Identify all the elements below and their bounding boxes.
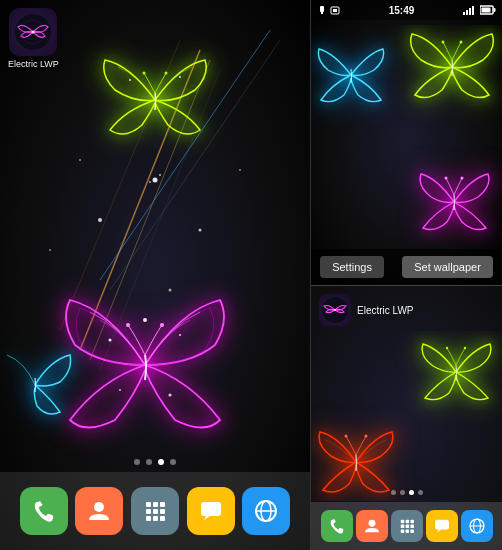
- app-icon-container: Electric LWP: [8, 8, 59, 69]
- status-right-icons: [463, 5, 496, 15]
- butterfly-pink-svg: [50, 290, 240, 440]
- svg-rect-72: [405, 529, 408, 532]
- svg-rect-38: [160, 516, 165, 521]
- sim-icon: [330, 5, 340, 15]
- butterfly-green-svg: [100, 55, 210, 145]
- svg-point-7: [32, 31, 35, 34]
- battery-icon: [480, 5, 496, 15]
- right-page-dots: [391, 490, 423, 495]
- page-dots: [134, 459, 176, 465]
- page-dot-2: [146, 459, 152, 465]
- notification-icon: [317, 5, 327, 15]
- page-dot-3: [158, 459, 164, 465]
- svg-rect-70: [410, 525, 413, 528]
- right-dot-4: [418, 490, 423, 495]
- mini-dock-messages[interactable]: [426, 510, 458, 542]
- svg-rect-44: [321, 12, 323, 14]
- svg-rect-32: [160, 502, 165, 507]
- svg-rect-30: [146, 502, 151, 507]
- mini-dock-contacts[interactable]: [356, 510, 388, 542]
- right-top-panel: 15:49: [310, 0, 502, 285]
- svg-point-62: [345, 435, 348, 438]
- app-icon-svg: [13, 12, 53, 52]
- status-bar: 15:49: [311, 0, 502, 20]
- page-dot-1: [134, 459, 140, 465]
- svg-rect-65: [400, 520, 403, 523]
- svg-rect-43: [320, 6, 324, 12]
- rb-butterfly-red: [316, 428, 396, 496]
- right-butterfly-blue: [316, 45, 386, 105]
- svg-rect-71: [400, 529, 403, 532]
- svg-rect-31: [153, 502, 158, 507]
- app-info-icon: [319, 294, 351, 326]
- svg-point-63: [365, 435, 368, 438]
- svg-point-15: [143, 318, 147, 322]
- status-time: 15:49: [389, 5, 415, 16]
- svg-point-10: [160, 323, 164, 327]
- svg-point-11: [109, 339, 112, 342]
- svg-rect-52: [493, 8, 495, 12]
- right-dot-1: [391, 490, 396, 495]
- app-icon-label: Electric LWP: [8, 59, 59, 69]
- butterfly-pink-large: [50, 290, 230, 430]
- rb-butterfly-green: [419, 341, 494, 403]
- svg-point-13: [119, 389, 121, 391]
- svg-rect-37: [153, 516, 158, 521]
- svg-point-54: [442, 41, 445, 44]
- right-dot-2: [400, 490, 405, 495]
- svg-rect-34: [153, 509, 158, 514]
- svg-point-29: [94, 502, 104, 512]
- svg-point-17: [165, 72, 168, 75]
- dock-icon-phone[interactable]: [20, 487, 68, 535]
- svg-point-19: [179, 76, 181, 78]
- butterfly-blue-partial: [0, 350, 75, 420]
- svg-point-59: [334, 309, 336, 311]
- svg-rect-36: [146, 516, 151, 521]
- svg-point-9: [126, 323, 130, 327]
- svg-point-64: [368, 520, 375, 527]
- svg-point-18: [129, 79, 131, 81]
- mini-dock-apps[interactable]: [391, 510, 423, 542]
- right-bottom-butterflies: [311, 331, 502, 501]
- svg-rect-68: [400, 525, 403, 528]
- svg-rect-35: [160, 509, 165, 514]
- svg-rect-53: [481, 8, 490, 13]
- svg-rect-69: [405, 525, 408, 528]
- status-notification-icons: [317, 5, 340, 15]
- svg-rect-33: [146, 509, 151, 514]
- mini-dock-browser[interactable]: [461, 510, 493, 542]
- dock-icon-browser[interactable]: [242, 487, 290, 535]
- settings-button[interactable]: Settings: [320, 256, 384, 278]
- svg-point-55: [460, 41, 463, 44]
- svg-rect-50: [472, 6, 474, 15]
- bottom-dock: [0, 472, 310, 550]
- app-icon: [9, 8, 57, 56]
- mini-dock-phone[interactable]: [321, 510, 353, 542]
- svg-point-16: [143, 72, 146, 75]
- mini-dock: [311, 502, 502, 550]
- butterfly-green: [100, 55, 210, 145]
- action-buttons-bar: Settings Set wallpaper: [311, 249, 502, 285]
- dock-icon-contacts[interactable]: [75, 487, 123, 535]
- app-info-icon-svg: [321, 296, 349, 324]
- right-butterfly-green: [407, 30, 497, 105]
- app-info-name: Electric LWP: [357, 305, 414, 316]
- svg-point-61: [464, 347, 466, 349]
- app-info-header: Electric LWP: [319, 294, 414, 326]
- svg-point-60: [446, 347, 448, 349]
- butterfly-blue-svg: [0, 350, 75, 420]
- svg-rect-49: [469, 8, 471, 15]
- dock-icon-apps[interactable]: [131, 487, 179, 535]
- right-dot-3: [409, 490, 414, 495]
- svg-rect-73: [410, 529, 413, 532]
- right-panel: 15:49: [310, 0, 502, 550]
- set-wallpaper-button[interactable]: Set wallpaper: [402, 256, 493, 278]
- svg-rect-67: [410, 520, 413, 523]
- svg-point-14: [169, 394, 172, 397]
- page-dot-4: [170, 459, 176, 465]
- dock-icon-messages[interactable]: [187, 487, 235, 535]
- right-butterfly-pink-small: [417, 170, 492, 235]
- left-panel: Electric LWP: [0, 0, 310, 550]
- right-bottom-panel: Electric LWP: [310, 285, 502, 550]
- svg-point-57: [461, 177, 464, 180]
